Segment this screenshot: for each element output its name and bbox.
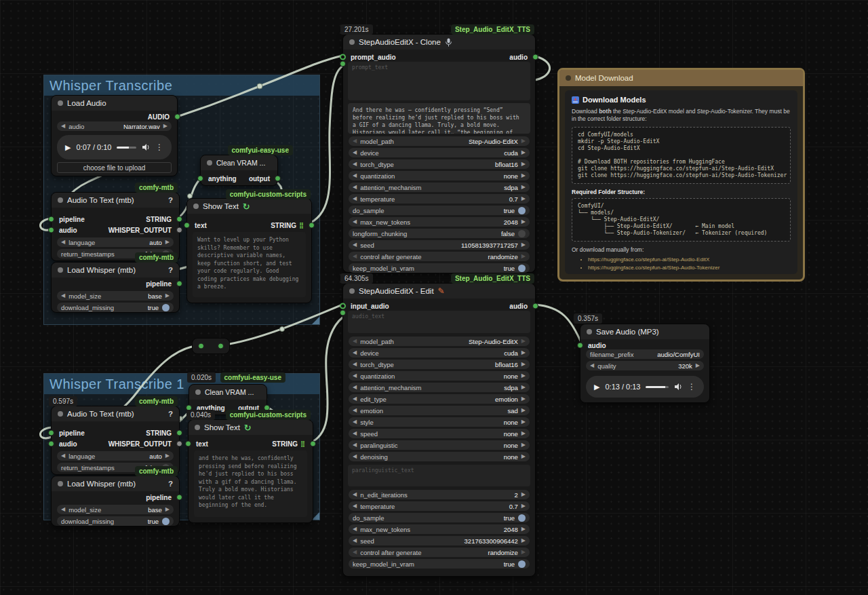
left-arrow-icon[interactable]: ◀	[590, 363, 594, 368]
widget-row[interactable]: ◀ seed 321763300906442 ▶	[349, 536, 530, 545]
widget-row[interactable]: ◀ filename_prefix audio/ComfyUI ▶	[586, 349, 704, 359]
widget-row[interactable]: ◀ audio Narrator.wav ▶	[57, 121, 172, 131]
node-clean-vram[interactable]: Clean VRAM ... anythingoutput	[200, 155, 278, 186]
collapse-dot-icon[interactable]	[58, 100, 63, 106]
widget-row[interactable]: ◀ attention_mechanism sdpa ▶	[349, 183, 530, 192]
output-dot[interactable]	[532, 54, 538, 60]
right-arrow-icon[interactable]: ▶	[521, 419, 526, 425]
node-save-audio-mp3[interactable]: Save Audio (MP3) audio ◀ filename_prefix…	[580, 324, 710, 403]
right-arrow-icon[interactable]: ▶	[521, 526, 526, 532]
right-arrow-icon[interactable]: ▶	[521, 442, 526, 448]
reroute-node[interactable]	[192, 338, 230, 354]
kebab-menu-icon[interactable]: ⋮	[155, 142, 163, 152]
collapse-dot-icon[interactable]	[195, 425, 200, 430]
left-arrow-icon[interactable]: ◀	[61, 123, 65, 129]
right-arrow-icon[interactable]: ▶	[521, 538, 526, 543]
left-arrow-icon[interactable]: ◀	[353, 396, 357, 402]
paralinguistic-text-textarea[interactable]: paralinguistic_text	[348, 465, 530, 486]
widget-row[interactable]: ◀ torch_dtype bfloat16 ▶	[349, 159, 530, 169]
left-arrow-icon[interactable]: ◀	[353, 419, 357, 425]
input-dot[interactable]	[340, 54, 346, 60]
toggle-knob[interactable]	[162, 518, 170, 525]
collapse-dot-icon[interactable]	[58, 411, 63, 417]
node-title-bar[interactable]: StepAudioEditX - Clone	[343, 35, 535, 50]
node-load-whisper[interactable]: Load Whisper (mtb)? pipeline ◀ model_siz…	[51, 262, 180, 313]
right-arrow-icon[interactable]: ▶	[521, 503, 526, 509]
input-dot[interactable]	[197, 176, 203, 182]
grid-handle-icon[interactable]: ⣿	[300, 440, 305, 447]
note-title-bar[interactable]: Model Download	[559, 70, 803, 86]
right-arrow-icon[interactable]: ▶	[521, 492, 526, 497]
node-title-bar[interactable]: Show Text↻	[187, 199, 311, 214]
right-arrow-icon[interactable]: ▶	[165, 453, 170, 459]
collapse-dot-icon[interactable]	[207, 160, 212, 166]
left-arrow-icon[interactable]: ◀	[61, 507, 65, 512]
widget-row[interactable]: ◀ paralinguistic none ▶	[349, 440, 530, 450]
node-title-bar[interactable]: Load Audio	[52, 96, 177, 111]
left-arrow-icon[interactable]: ◀	[353, 350, 357, 356]
collapse-dot-icon[interactable]	[349, 288, 355, 294]
widget-row[interactable]: ◀ keep_model_in_vram true ▶	[349, 559, 530, 569]
volume-icon[interactable]	[142, 143, 150, 151]
node-title-bar[interactable]: Clean VRAM ...	[189, 385, 267, 400]
left-arrow-icon[interactable]: ◀	[61, 239, 65, 245]
collapse-dot-icon[interactable]	[349, 39, 355, 45]
left-arrow-icon[interactable]: ◀	[353, 538, 357, 543]
widget-row[interactable]: ◀ do_sample true ▶	[349, 513, 530, 522]
left-arrow-icon[interactable]: ◀	[353, 138, 357, 144]
right-arrow-icon[interactable]: ▶	[521, 150, 526, 155]
node-title-bar[interactable]: Load Whisper (mtb)?	[52, 263, 179, 277]
right-arrow-icon[interactable]: ▶	[521, 173, 526, 178]
output-dot[interactable]	[176, 430, 182, 436]
widget-row[interactable]: ◀ seed 1105813937717257 ▶	[349, 240, 530, 250]
output-dot[interactable]	[174, 114, 180, 120]
left-arrow-icon[interactable]: ◀	[353, 339, 357, 344]
volume-icon[interactable]	[674, 383, 682, 391]
right-arrow-icon[interactable]: ▶	[521, 254, 526, 259]
widget-row[interactable]: ◀ language auto ▶	[57, 237, 174, 247]
widget-row[interactable]: ◀ temperature 0.7 ▶	[349, 501, 530, 511]
toggle-knob[interactable]	[518, 265, 526, 272]
node-show-text[interactable]: Show Text↻ textSTRING⣿ Want to level up …	[186, 198, 312, 303]
output-dot[interactable]	[176, 441, 182, 447]
download-link[interactable]: https://huggingface.co/stepfun-ai/Step-A…	[588, 256, 791, 264]
right-arrow-icon[interactable]: ▶	[521, 454, 526, 459]
left-arrow-icon[interactable]: ◀	[61, 293, 65, 299]
collapse-dot-icon[interactable]	[193, 204, 199, 209]
left-arrow-icon[interactable]: ◀	[353, 196, 357, 201]
left-arrow-icon[interactable]: ◀	[353, 492, 357, 497]
widget-row[interactable]: ◀ quantization none ▶	[349, 371, 530, 381]
left-arrow-icon[interactable]: ◀	[353, 373, 357, 379]
right-arrow-icon[interactable]: ▶	[521, 362, 526, 367]
input-dot[interactable]	[48, 441, 54, 447]
right-arrow-icon[interactable]: ▶	[521, 196, 526, 201]
widget-row[interactable]: ◀ model_size base ▶	[57, 505, 174, 514]
left-arrow-icon[interactable]: ◀	[353, 442, 357, 448]
node-title-bar[interactable]: Save Audio (MP3)	[580, 324, 709, 339]
left-arrow-icon[interactable]: ◀	[353, 161, 357, 167]
widget-row[interactable]: ◀ language auto ▶	[57, 451, 174, 461]
toggle-knob[interactable]	[518, 230, 526, 237]
player-seek-slider[interactable]	[117, 147, 136, 149]
right-arrow-icon[interactable]: ▶	[521, 138, 526, 144]
widget-row[interactable]: ◀ speed none ▶	[349, 429, 530, 438]
help-icon[interactable]: ?	[168, 410, 173, 418]
left-arrow-icon[interactable]: ◀	[353, 454, 357, 459]
right-arrow-icon[interactable]: ▶	[521, 396, 526, 402]
collapse-dot-icon[interactable]	[587, 329, 592, 334]
target-text-textarea[interactable]: And there he was — confidently pressing …	[348, 103, 530, 134]
output-dot[interactable]	[176, 227, 182, 233]
widget-row[interactable]: ◀ style none ▶	[349, 417, 530, 427]
node-audio-to-text[interactable]: Audio To Text (mtb)? pipelineSTRING audi…	[51, 192, 180, 261]
output-dot[interactable]	[176, 281, 182, 287]
node-stepaudioeditx-clone[interactable]: StepAudioEditX - Clone prompt_audioaudio…	[342, 34, 536, 273]
widget-row[interactable]: ◀ model_size base ▶	[57, 291, 174, 301]
right-arrow-icon[interactable]: ▶	[696, 363, 700, 368]
right-arrow-icon[interactable]: ▶	[521, 219, 526, 225]
kebab-menu-icon[interactable]: ⋮	[688, 382, 696, 391]
prompt-text-textarea[interactable]: prompt_text	[348, 62, 530, 100]
input-dot[interactable]	[340, 303, 346, 309]
input-dot[interactable]	[48, 216, 54, 223]
left-arrow-icon[interactable]: ◀	[353, 219, 357, 225]
help-icon[interactable]: ?	[168, 196, 173, 204]
